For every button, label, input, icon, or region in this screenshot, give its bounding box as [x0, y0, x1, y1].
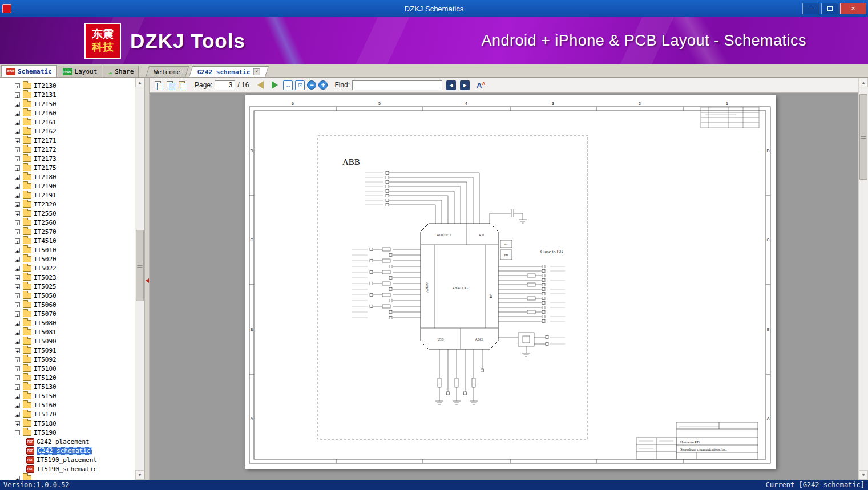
fit-page-button[interactable]: ⊡: [295, 80, 305, 90]
tree-expander-icon[interactable]: [15, 165, 20, 171]
tree-item[interactable]: IT5180: [0, 419, 135, 428]
find-input[interactable]: [352, 80, 442, 90]
close-tab-icon[interactable]: ×: [253, 68, 260, 75]
tree-expander-icon[interactable]: [15, 302, 20, 307]
tree-expander-icon[interactable]: [15, 384, 20, 390]
tree-expander-icon[interactable]: [15, 293, 20, 298]
tab-layout[interactable]: PADS Layout: [58, 66, 103, 77]
tree-item[interactable]: IT2550: [0, 209, 135, 218]
tree-expander-icon[interactable]: [15, 92, 20, 98]
tree-item[interactable]: IT2150: [0, 99, 135, 108]
tree-item[interactable]: IT5090: [0, 337, 135, 346]
tree-expander-icon[interactable]: [15, 357, 20, 362]
tree-expander-icon[interactable]: [15, 284, 20, 289]
tree-item[interactable]: IT2162: [0, 127, 135, 136]
tree-item[interactable]: IT5060: [0, 300, 135, 309]
sidebar-scrollbar[interactable]: ▲ ▼: [135, 78, 144, 480]
tree-item[interactable]: IT2320: [0, 200, 135, 209]
scroll-down-icon[interactable]: ▼: [859, 470, 868, 480]
tree-item[interactable]: IT4510: [0, 236, 135, 245]
tree-item[interactable]: IT5170: [0, 410, 135, 419]
tree-item[interactable]: [0, 473, 135, 480]
tree-expander-icon[interactable]: [15, 412, 20, 417]
tree-item[interactable]: IT5091: [0, 346, 135, 355]
tree-item[interactable]: IT2190: [0, 181, 135, 191]
scroll-down-icon[interactable]: ▼: [135, 470, 144, 480]
tree-item[interactable]: IT2161: [0, 118, 135, 127]
tree-expander-icon[interactable]: [15, 129, 20, 134]
scrollbar-track[interactable]: [859, 87, 868, 470]
tree-expander-icon[interactable]: [15, 330, 20, 335]
find-next-button[interactable]: [460, 80, 470, 90]
scroll-up-icon[interactable]: ▲: [135, 78, 144, 87]
tree-expander-icon[interactable]: [15, 238, 20, 244]
tree-item[interactable]: G242 placement: [0, 437, 135, 446]
tree-expander-icon[interactable]: [15, 348, 20, 353]
find-previous-button[interactable]: [446, 80, 456, 90]
tree-item[interactable]: IT5022: [0, 264, 135, 273]
collapse-arrow-icon[interactable]: [146, 278, 149, 283]
tree-item[interactable]: IT5120: [0, 373, 135, 382]
snapshot-page-icon[interactable]: [166, 80, 176, 90]
tree-expander-icon[interactable]: [15, 339, 20, 344]
next-page-button[interactable]: [272, 81, 278, 89]
tree-item[interactable]: IT5023: [0, 273, 135, 282]
tree-expander-icon[interactable]: [15, 476, 20, 480]
copy-page-icon[interactable]: [154, 80, 164, 90]
tree-expander-icon[interactable]: [15, 147, 20, 152]
tree-expander-icon[interactable]: [15, 184, 20, 189]
tree-item[interactable]: IT5025: [0, 282, 135, 291]
tree-expander-icon[interactable]: [15, 202, 20, 207]
tree-item[interactable]: IT5100: [0, 364, 135, 373]
tree-expander-icon[interactable]: [15, 138, 20, 143]
tree-expander-icon[interactable]: [15, 248, 20, 253]
tree-expander-icon[interactable]: [15, 220, 20, 225]
doc-tab-g242-schematic[interactable]: G242 schematic ×: [189, 66, 269, 77]
tree-expander-icon[interactable]: [15, 266, 20, 271]
tree-expander-icon[interactable]: [15, 366, 20, 371]
tree-item[interactable]: IT2570: [0, 227, 135, 236]
minimize-button[interactable]: –: [802, 3, 819, 14]
tab-share[interactable]: ☁ Share: [103, 66, 139, 77]
tree-expander-icon[interactable]: [15, 229, 20, 234]
tree-item[interactable]: IT5010: [0, 245, 135, 254]
tree-expander-icon[interactable]: [15, 421, 20, 426]
tree-expander-icon[interactable]: [15, 156, 20, 161]
tree-expander-icon[interactable]: [15, 375, 20, 380]
tree-expander-icon[interactable]: [15, 102, 20, 107]
page-number-input[interactable]: [215, 80, 235, 90]
zoom-in-button[interactable]: [318, 80, 328, 90]
tree-expander-icon[interactable]: [15, 111, 20, 116]
tree-expander-icon[interactable]: [15, 430, 20, 435]
tree-item[interactable]: G242 schematic: [0, 446, 135, 455]
tree-item[interactable]: IT2560: [0, 218, 135, 227]
tree-item[interactable]: IT5130: [0, 382, 135, 391]
scrollbar-track[interactable]: [135, 87, 144, 470]
fit-width-button[interactable]: ↔: [283, 80, 293, 90]
tree-expander-icon[interactable]: [15, 257, 20, 262]
tree-item[interactable]: IT2175: [0, 163, 135, 172]
tree-item[interactable]: IT5050: [0, 291, 135, 300]
tree-expander-icon[interactable]: [15, 403, 20, 408]
tree-item[interactable]: IT2130: [0, 81, 135, 90]
tree-expander-icon[interactable]: [15, 394, 20, 399]
tree-item[interactable]: IT2172: [0, 145, 135, 154]
main-scrollbar[interactable]: ▲ ▼: [858, 78, 868, 480]
tree-item[interactable]: IT5190_placement: [0, 455, 135, 464]
zoom-out-button[interactable]: [307, 80, 316, 90]
tree-item[interactable]: IT5160: [0, 400, 135, 410]
tree-expander-icon[interactable]: [15, 175, 20, 180]
tree-item[interactable]: IT5070: [0, 309, 135, 318]
tree-item[interactable]: IT2191: [0, 191, 135, 200]
tree-item[interactable]: IT5092: [0, 355, 135, 364]
tree-item[interactable]: IT2173: [0, 154, 135, 163]
text-size-icon[interactable]: [477, 81, 485, 90]
scrollbar-thumb[interactable]: [136, 230, 144, 301]
tree-item[interactable]: IT2131: [0, 90, 135, 99]
tree-item[interactable]: IT5080: [0, 318, 135, 327]
tree-item[interactable]: IT5190_schematic: [0, 464, 135, 473]
tree-item[interactable]: IT5020: [0, 254, 135, 264]
tree-item[interactable]: IT2160: [0, 108, 135, 118]
tree-item[interactable]: IT5150: [0, 391, 135, 400]
scrollbar-thumb[interactable]: [859, 94, 867, 180]
